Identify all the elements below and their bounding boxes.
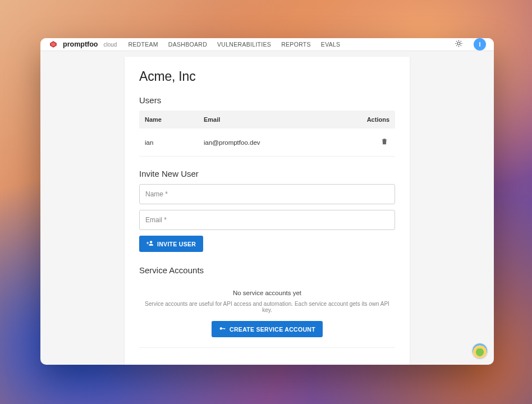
svg-line-10 [460, 41, 461, 42]
brand-tier: cloud [103, 42, 117, 48]
nav-item-evals[interactable]: EVALS [321, 41, 341, 48]
sun-icon [455, 39, 463, 50]
desktop-background: promptfoo cloud REDTEAM DASHBOARD VULNER… [0, 0, 532, 404]
brand-logo-icon [49, 40, 57, 48]
svg-line-9 [456, 45, 457, 45]
users-col-actions: Actions [356, 116, 389, 123]
create-service-account-button-label: CREATE SERVICE ACCOUNT [230, 326, 315, 333]
users-table-header: Name Email Actions [139, 111, 395, 128]
service-accounts-heading: Service Accounts [139, 265, 395, 275]
user-name-cell: ian [145, 139, 204, 146]
app-window: promptfoo cloud REDTEAM DASHBOARD VULNER… [40, 38, 494, 365]
nav-item-dashboard[interactable]: DASHBOARD [168, 41, 207, 48]
users-col-email: Email [204, 116, 356, 123]
trash-icon [380, 139, 388, 147]
svg-line-8 [460, 45, 461, 45]
invite-email-field[interactable] [139, 210, 395, 230]
content-area: Acme, Inc Users Name Email Actions ian i… [40, 51, 494, 365]
org-title: Acme, Inc [139, 69, 395, 84]
help-widget-icon[interactable] [473, 343, 487, 358]
invite-heading: Invite New User [139, 169, 395, 178]
service-accounts-section: Service Accounts No service accounts yet… [139, 265, 395, 348]
invite-user-button[interactable]: INVITE USER [139, 236, 203, 252]
person-add-icon [146, 240, 154, 248]
avatar-initial: I [479, 41, 480, 48]
invite-section: Invite New User INVITE USER [139, 169, 395, 252]
svg-point-11 [150, 241, 152, 243]
svg-line-7 [456, 41, 457, 42]
svg-point-2 [457, 42, 460, 45]
users-col-name: Name [145, 116, 204, 123]
service-accounts-empty-subtitle: Service accounts are useful for API acce… [145, 301, 389, 313]
theme-toggle-button[interactable] [452, 38, 465, 50]
create-service-account-button[interactable]: CREATE SERVICE ACCOUNT [212, 321, 323, 337]
users-heading: Users [139, 95, 395, 105]
delete-user-button[interactable] [379, 136, 389, 148]
org-card: Acme, Inc Users Name Email Actions ian i… [125, 57, 410, 365]
invite-name-field[interactable] [139, 184, 395, 204]
avatar[interactable]: I [474, 38, 486, 50]
nav-item-vulnerabilities[interactable]: VULNERABILITIES [217, 41, 271, 48]
service-accounts-empty-state: No service accounts yet Service accounts… [139, 281, 395, 348]
topbar: promptfoo cloud REDTEAM DASHBOARD VULNER… [40, 38, 494, 51]
table-row: ian ian@promptfoo.dev [139, 128, 395, 157]
main-nav: REDTEAM DASHBOARD VULNERABILITIES REPORT… [128, 41, 340, 48]
key-icon [219, 325, 226, 333]
service-accounts-empty-title: No service accounts yet [145, 290, 389, 296]
svg-rect-15 [223, 328, 224, 329]
user-email-cell: ian@promptfoo.dev [204, 139, 356, 146]
nav-item-redteam[interactable]: REDTEAM [128, 41, 158, 48]
svg-rect-14 [224, 328, 225, 329]
svg-point-12 [220, 327, 222, 329]
nav-item-reports[interactable]: REPORTS [281, 41, 311, 48]
invite-user-button-label: INVITE USER [157, 241, 196, 247]
brand-name: promptfoo [63, 40, 98, 48]
